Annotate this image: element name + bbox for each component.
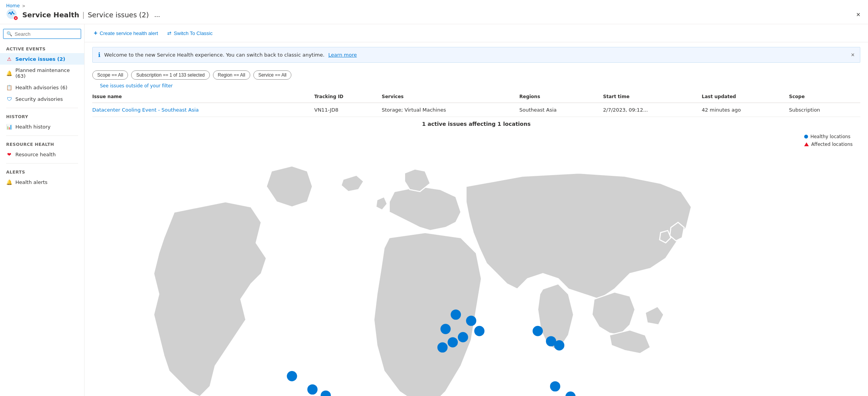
- health-alerts-icon: 🔔: [6, 179, 12, 185]
- col-scope: Scope: [789, 91, 860, 103]
- healthy-dot: [550, 381, 560, 392]
- top-bar: Home > × Service Health | Service issues…: [0, 0, 868, 24]
- content-area: + Create service health alert ⇄ Switch T…: [85, 24, 868, 396]
- service-filter-label: Service == All: [258, 72, 286, 78]
- sidebar-item-health-advisories[interactable]: 📋 Health advisories (6): [0, 82, 84, 93]
- health-advisories-icon: 📋: [6, 84, 12, 90]
- info-banner: ℹ Welcome to the new Service Health expe…: [92, 47, 860, 63]
- alerts-section-label: ALERTS: [0, 167, 84, 176]
- healthy-dot: [437, 342, 448, 353]
- health-alerts-label: Health alerts: [15, 179, 48, 185]
- affected-label: Affected locations: [811, 142, 853, 147]
- service-health-label: Service Health: [22, 11, 79, 19]
- cell-issue-name: Datacenter Cooling Event - Southeast Asi…: [92, 103, 314, 117]
- issues-table-wrapper: Issue name Tracking ID Services Regions …: [85, 91, 868, 117]
- breadcrumb-separator: >: [22, 4, 25, 8]
- more-options-button[interactable]: ...: [153, 10, 161, 20]
- cell-tracking-id: VN11-JD8: [314, 103, 382, 117]
- service-issues-icon: ⚠: [6, 56, 12, 62]
- switch-classic-button[interactable]: ⇄ Switch To Classic: [166, 29, 214, 38]
- filters-area: Scope == All Subscription == 1 of 133 se…: [85, 67, 868, 83]
- healthy-dot: [533, 326, 543, 336]
- healthy-dot-legend: [804, 135, 808, 139]
- home-link[interactable]: Home: [6, 3, 20, 8]
- toolbar: + Create service health alert ⇄ Switch T…: [85, 24, 868, 42]
- create-alert-icon: +: [94, 30, 97, 37]
- scope-filter[interactable]: Scope == All: [92, 70, 128, 80]
- health-advisories-label: Health advisories (6): [15, 85, 67, 90]
- cell-scope: Subscription: [789, 103, 860, 117]
- switch-classic-label: Switch To Classic: [174, 30, 213, 36]
- sidebar-item-health-alerts[interactable]: 🔔 Health alerts: [0, 176, 84, 188]
- healthy-dot: [321, 391, 331, 396]
- region-filter-label: Region == All: [218, 72, 245, 78]
- history-divider: [6, 108, 78, 108]
- world-map: [92, 130, 860, 396]
- cell-services: Storage; Virtual Machines: [382, 103, 519, 117]
- healthy-dot: [474, 326, 485, 336]
- healthy-dot: [554, 340, 564, 351]
- close-button[interactable]: ×: [855, 9, 862, 20]
- map-section: 1 active issues affecting 1 locations: [85, 117, 868, 396]
- healthy-dot: [451, 309, 461, 320]
- security-advisories-icon: 🛡: [6, 96, 12, 102]
- page-title-area: × Service Health | Service issues (2) ..…: [6, 8, 862, 21]
- info-icon: ℹ: [98, 51, 100, 58]
- table-row: Datacenter Cooling Event - Southeast Asi…: [92, 103, 860, 117]
- banner-text: Welcome to the new Service Health experi…: [104, 52, 324, 58]
- learn-more-link[interactable]: Learn more: [328, 52, 357, 58]
- page-subtitle: Service issues (2): [88, 11, 149, 19]
- sidebar-item-resource-health[interactable]: ❤ Resource health: [0, 149, 84, 160]
- map-container: Healthy locations Affected locations: [92, 130, 860, 396]
- subscription-filter-label: Subscription == 1 of 133 selected: [136, 72, 205, 78]
- outside-filter-link[interactable]: See issues outside of your filter: [92, 83, 180, 89]
- issue-link[interactable]: Datacenter Cooling Event - Southeast Asi…: [92, 107, 199, 113]
- create-alert-button[interactable]: + Create service health alert: [92, 28, 160, 38]
- col-regions: Regions: [519, 91, 603, 103]
- page-title: Service Health | Service issues (2): [22, 11, 149, 19]
- service-issues-label: Service issues (2): [15, 56, 65, 62]
- sidebar-item-security-advisories[interactable]: 🛡 Security advisories: [0, 93, 84, 105]
- resource-divider: [6, 135, 78, 136]
- search-icon: 🔍: [7, 31, 12, 37]
- breadcrumb: Home >: [6, 3, 862, 8]
- planned-maintenance-label: Planned maintenance (63): [15, 67, 78, 79]
- create-alert-label: Create service health alert: [100, 30, 158, 36]
- cell-start-time: 2/7/2023, 09:12...: [603, 103, 702, 117]
- subscription-filter[interactable]: Subscription == 1 of 133 selected: [131, 70, 210, 80]
- healthy-label: Healthy locations: [810, 134, 850, 139]
- sidebar-section-history: HISTORY 📊 Health history: [0, 111, 84, 132]
- col-issue-name: Issue name: [92, 91, 314, 103]
- alerts-divider: [6, 163, 78, 164]
- history-label: HISTORY: [0, 111, 84, 121]
- sidebar-section-active-events: ACTIVE EVENTS ⚠ Service issues (2) 🔔 Pla…: [0, 43, 84, 105]
- cell-last-updated: 42 minutes ago: [702, 103, 789, 117]
- switch-classic-icon: ⇄: [167, 30, 171, 36]
- region-filter[interactable]: Region == All: [213, 70, 250, 80]
- service-filter[interactable]: Service == All: [253, 70, 291, 80]
- cell-regions: Southeast Asia: [519, 103, 603, 117]
- sidebar-section-alerts: ALERTS 🔔 Health alerts: [0, 167, 84, 188]
- affected-legend: Affected locations: [804, 142, 853, 147]
- resource-health-section-label: RESOURCE HEALTH: [0, 139, 84, 149]
- sidebar: 🔍 « ACTIVE EVENTS ⚠ Service issues (2) 🔔…: [0, 24, 85, 396]
- healthy-legend: Healthy locations: [804, 134, 853, 139]
- resource-health-icon: ❤: [6, 151, 12, 157]
- search-box[interactable]: 🔍 «: [3, 29, 81, 39]
- col-last-updated: Last updated: [702, 91, 789, 103]
- table-body: Datacenter Cooling Event - Southeast Asi…: [92, 103, 860, 117]
- resource-health-label: Resource health: [15, 152, 56, 157]
- col-tracking-id: Tracking ID: [314, 91, 382, 103]
- map-title: 1 active issues affecting 1 locations: [92, 121, 860, 127]
- healthy-dot: [466, 316, 476, 326]
- sidebar-item-service-issues[interactable]: ⚠ Service issues (2): [0, 53, 84, 65]
- banner-close-button[interactable]: ×: [851, 52, 855, 58]
- sidebar-item-health-history[interactable]: 📊 Health history: [0, 121, 84, 132]
- search-input[interactable]: [15, 31, 79, 37]
- sidebar-item-planned-maintenance[interactable]: 🔔 Planned maintenance (63): [0, 65, 84, 82]
- col-services: Services: [382, 91, 519, 103]
- sidebar-section-resource-health: RESOURCE HEALTH ❤ Resource health: [0, 139, 84, 160]
- healthy-dot: [307, 384, 318, 395]
- health-history-label: Health history: [15, 124, 51, 130]
- healthy-dot: [565, 391, 576, 396]
